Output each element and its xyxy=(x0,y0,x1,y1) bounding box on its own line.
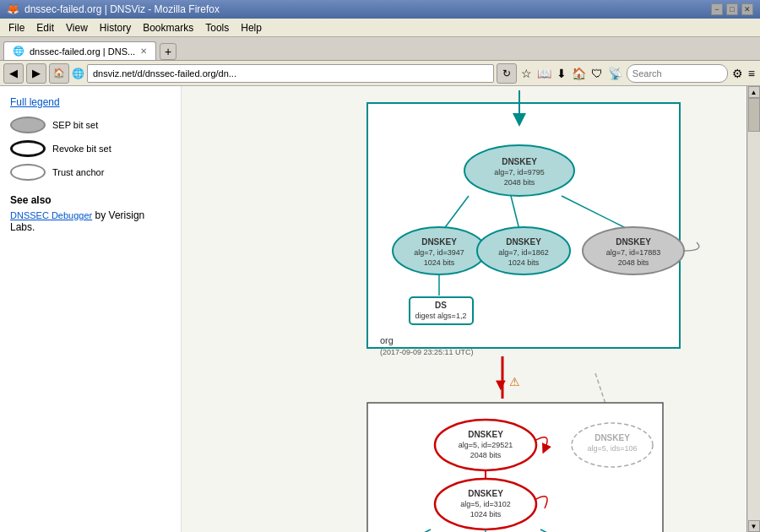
address-input[interactable] xyxy=(87,64,494,83)
legend-title-link[interactable]: Full legend xyxy=(10,96,171,108)
revoke-shape xyxy=(10,140,46,157)
tab-close-button[interactable]: ✕ xyxy=(140,46,147,56)
nav-icons: ☆ 📖 ⬇ 🏠 🛡 📡 xyxy=(519,65,624,82)
tab-bar: 🌐 dnssec-failed.org | DNS... ✕ + xyxy=(0,37,760,61)
svg-text:2048 bits: 2048 bits xyxy=(470,451,502,459)
trust-label: Trust anchor xyxy=(52,167,104,177)
minimize-button[interactable]: − xyxy=(711,3,723,15)
org-label: org xyxy=(380,335,394,345)
legend-trust: Trust anchor xyxy=(10,164,171,181)
graph-area: DNSKEY alg=7, id=9795 2048 bits DNSKEY a… xyxy=(182,86,746,532)
home-icon2[interactable]: 🏠 xyxy=(570,65,588,82)
menu-icon[interactable]: ≡ xyxy=(746,65,757,82)
title-bar: 🦊 dnssec-failed.org | DNSViz - Mozilla F… xyxy=(0,0,760,19)
svg-text:DNSKEY: DNSKEY xyxy=(594,433,630,442)
menu-tools[interactable]: Tools xyxy=(200,20,234,35)
bookmark-icon[interactable]: 📖 xyxy=(535,65,553,82)
window-title: dnssec-failed.org | DNSViz - Mozilla Fir… xyxy=(24,3,220,15)
svg-text:1024 bits: 1024 bits xyxy=(508,258,540,267)
arrow-right xyxy=(684,242,699,251)
scrollbar-vertical[interactable]: ▲ ▼ xyxy=(746,86,760,532)
tab-favicon: 🌐 xyxy=(13,46,24,57)
forward-button[interactable]: ▶ xyxy=(26,63,46,84)
scroll-up-button[interactable]: ▲ xyxy=(748,86,760,98)
svg-text:alg=7, id=1862: alg=7, id=1862 xyxy=(498,248,549,257)
rss-icon[interactable]: 📡 xyxy=(606,65,624,82)
scroll-thumb[interactable] xyxy=(748,98,760,132)
svg-text:DNSKEY: DNSKEY xyxy=(421,237,457,247)
svg-text:DNSKEY: DNSKEY xyxy=(468,430,503,439)
legend-revoke: Revoke bit set xyxy=(10,140,171,157)
trust-shape xyxy=(10,164,46,181)
legend-sep: SEP bit set xyxy=(10,117,171,133)
svg-text:alg=7, id=3947: alg=7, id=3947 xyxy=(414,248,464,257)
sep-label: SEP bit set xyxy=(52,120,98,130)
star-icon[interactable]: ☆ xyxy=(519,65,534,82)
svg-text:2048 bits: 2048 bits xyxy=(504,178,535,187)
sep-shape xyxy=(10,117,46,133)
svg-text:digest algs=1,2: digest algs=1,2 xyxy=(415,312,467,320)
nav-bar: ◀ ▶ 🏠 🌐 ↻ ☆ 📖 ⬇ 🏠 🛡 📡 ⚙ ≡ xyxy=(0,61,760,86)
menu-bar: File Edit View History Bookmarks Tools H… xyxy=(0,19,760,37)
scroll-track xyxy=(748,98,760,520)
download-icon[interactable]: ⬇ xyxy=(555,65,568,82)
refresh-button[interactable]: ↻ xyxy=(497,63,517,84)
menu-edit[interactable]: Edit xyxy=(31,20,59,35)
svg-text:DNSKEY: DNSKEY xyxy=(506,237,541,247)
new-tab-button[interactable]: + xyxy=(160,43,176,60)
svg-text:2048 bits: 2048 bits xyxy=(618,258,649,267)
svg-text:alg=7, id=17883: alg=7, id=17883 xyxy=(606,248,661,257)
site-icon: 🌐 xyxy=(72,68,84,79)
firefox-icon: 🦊 xyxy=(7,3,19,15)
tab-label: dnssec-failed.org | DNS... xyxy=(30,46,135,57)
error-icon: ▼ xyxy=(492,375,509,394)
see-also-heading: See also xyxy=(10,194,171,206)
scroll-down-button[interactable]: ▼ xyxy=(748,520,760,532)
menu-bookmarks[interactable]: Bookmarks xyxy=(138,20,198,35)
org-timestamp: (2017-09-09 23:25:11 UTC) xyxy=(380,348,474,356)
main-area: Full legend SEP bit set Revoke bit set T… xyxy=(0,86,760,532)
menu-help[interactable]: Help xyxy=(236,20,267,35)
dnssec-debugger-link[interactable]: DNSSEC Debugger xyxy=(10,210,92,220)
sidebar: Full legend SEP bit set Revoke bit set T… xyxy=(0,86,182,532)
back-button[interactable]: ◀ xyxy=(3,63,24,84)
tab-dnssec[interactable]: 🌐 dnssec-failed.org | DNS... ✕ xyxy=(3,41,156,60)
svg-text:alg=5, id=29521: alg=5, id=29521 xyxy=(459,441,513,449)
maximize-button[interactable]: □ xyxy=(726,3,738,15)
menu-history[interactable]: History xyxy=(95,20,136,35)
svg-text:1024 bits: 1024 bits xyxy=(470,510,502,518)
extensions-icon[interactable]: ⚙ xyxy=(730,65,745,82)
home-button[interactable]: 🏠 xyxy=(49,63,69,84)
svg-text:DNSKEY: DNSKEY xyxy=(468,489,503,498)
svg-text:DNSKEY: DNSKEY xyxy=(502,157,537,166)
svg-text:1024 bits: 1024 bits xyxy=(424,258,455,267)
revoke-label: Revoke bit set xyxy=(52,144,111,154)
svg-text:DS: DS xyxy=(435,301,447,310)
svg-text:alg=7, id=9795: alg=7, id=9795 xyxy=(494,168,545,176)
warning-icon: ⚠ xyxy=(509,375,520,388)
svg-text:alg=5, id=3102: alg=5, id=3102 xyxy=(460,500,511,508)
menu-file[interactable]: File xyxy=(3,20,30,35)
nav-icons-right: ⚙ ≡ xyxy=(730,65,757,82)
close-button[interactable]: ✕ xyxy=(741,3,753,15)
window-controls: − □ ✕ xyxy=(711,3,753,15)
svg-text:alg=5, ids=106: alg=5, ids=106 xyxy=(587,444,637,453)
graph-svg: DNSKEY alg=7, id=9795 2048 bits DNSKEY a… xyxy=(182,86,746,532)
menu-view[interactable]: View xyxy=(61,20,93,35)
svg-text:DNSKEY: DNSKEY xyxy=(616,237,651,247)
shield-icon[interactable]: 🛡 xyxy=(589,65,605,82)
title-bar-left: 🦊 dnssec-failed.org | DNSViz - Mozilla F… xyxy=(7,3,220,15)
search-input[interactable] xyxy=(627,64,728,83)
